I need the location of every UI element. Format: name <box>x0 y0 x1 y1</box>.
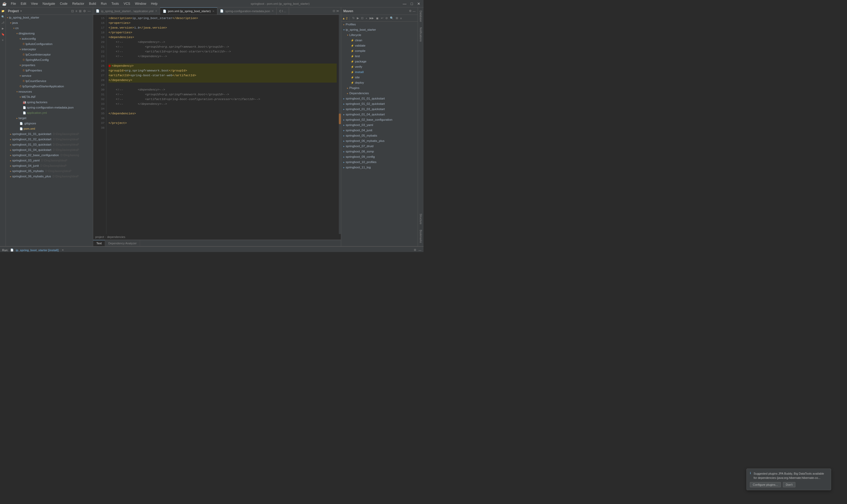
maximize-button[interactable]: □ <box>410 2 414 6</box>
sidebar-item[interactable]: ▸springboot_01_04_quickstartD:\DingJiaxi… <box>6 147 93 152</box>
notifications-button[interactable]: Notifications <box>419 25 423 44</box>
maven-tree-item[interactable]: ▸springboot_09_config <box>341 154 418 159</box>
vcs-button[interactable]: ⎇ <box>1 20 5 25</box>
maven-tree-item[interactable]: ▸springboot_05_mybatis <box>341 133 418 138</box>
project-panel-button[interactable]: 📁 <box>1 8 5 13</box>
maven-refresh[interactable]: ↻ <box>352 16 356 20</box>
bookmarks-panel-button[interactable]: Bookmarks <box>419 228 423 245</box>
editor-scrollbar[interactable] <box>339 15 341 234</box>
menu-build[interactable]: Build <box>88 1 97 6</box>
maven-tree-item[interactable]: ⚡validate <box>341 43 418 48</box>
tab-pom-xml[interactable]: 📄 pom.xml (ip_spring_boot_starter) ✕ <box>160 7 217 15</box>
run-close-icon[interactable]: ✕ <box>62 249 64 251</box>
sidebar-item[interactable]: ▾cn <box>6 25 93 31</box>
sidebar-item[interactable]: ▸springboot_01_01_quickstartD:\DingJiaxi… <box>6 131 93 137</box>
menu-help[interactable]: Help <box>150 1 159 6</box>
maven-tree-item[interactable]: ▸springboot_01_04_quickstart <box>341 112 418 117</box>
run-minimize-icon[interactable]: — <box>418 249 421 252</box>
maven-collapse[interactable]: ⊡ <box>360 16 364 20</box>
maven-tree-item[interactable]: ▸springboot_04_junit <box>341 128 418 133</box>
maven-tree-item[interactable]: ⚡clean <box>341 38 418 43</box>
sidebar-item[interactable]: 📄application.yml <box>6 110 93 115</box>
sidebar-item[interactable]: ▾java <box>6 20 93 25</box>
tab-dependency-analyzer[interactable]: Dependency Analyzer <box>105 240 140 246</box>
sidebar-item[interactable]: ▾interceptor <box>6 47 93 52</box>
sidebar-collapse-all[interactable]: ⊡ <box>71 9 74 13</box>
tab-spring-config-json[interactable]: 📄 spring-configuration-metadata.json ✕ <box>217 7 276 15</box>
menu-window[interactable]: Window <box>134 1 147 6</box>
sidebar-item[interactable]: ▸springboot_04_junitD:\DingJiaxiong\Idea… <box>6 163 93 168</box>
maven-skip[interactable]: ⊘ <box>384 16 389 20</box>
maven-expand[interactable]: ⊞ <box>395 16 399 20</box>
maven-close-icon[interactable]: — <box>413 10 416 13</box>
menu-code[interactable]: Code <box>59 1 69 6</box>
sidebar-sort-icon[interactable]: ≡ <box>75 9 77 13</box>
sidebar-item[interactable]: ©IpAutoConfiguration <box>6 41 93 47</box>
structure-button[interactable]: ≡ <box>1 38 5 42</box>
maven-tree-item[interactable]: ▾ip_spring_boot_starter <box>341 27 418 32</box>
maven-tree-item[interactable]: ▸springboot_07_druid <box>341 143 418 149</box>
sidebar-item[interactable]: ©IpProperties <box>6 68 93 73</box>
tab-close-json[interactable]: ✕ <box>272 10 274 13</box>
maven-tree-item[interactable]: ⚡site <box>341 75 418 80</box>
maven-tree-item[interactable]: ▸Plugins <box>341 85 418 91</box>
sidebar-close-icon[interactable]: — <box>88 9 91 13</box>
maven-tree-item[interactable]: ▾Lifecycle <box>341 32 418 38</box>
sidebar-item[interactable]: ©IpSpringBootStarterApplication <box>6 84 93 89</box>
maven-tree-item[interactable]: ⚡compile <box>341 48 418 53</box>
sidebar-expand-icon[interactable]: ⊞ <box>79 9 82 13</box>
maven-run-fast[interactable]: ▶▶ <box>369 16 375 20</box>
close-button[interactable]: ✕ <box>416 2 421 6</box>
sidebar-item[interactable]: 📄pom.xml <box>6 126 93 131</box>
sidebar-item[interactable]: ▾properties <box>6 62 93 68</box>
menu-run[interactable]: Run <box>100 1 108 6</box>
sidebar-item[interactable]: ▸springboot_03_yamlD:\DingJiaxiong\IdeaP <box>6 158 93 163</box>
sidebar-item[interactable]: ▸springboot_01_03_quickstartD:\DingJiaxi… <box>6 142 93 147</box>
sidebar-item[interactable]: ©IpCountInterceptor <box>6 52 93 57</box>
minimize-button[interactable]: — <box>402 2 408 6</box>
tab-application-yml[interactable]: 📄 ip_spring_boot_starter\...\application… <box>93 7 160 15</box>
maven-tree-item[interactable]: ⚡install <box>341 69 418 75</box>
menu-navigate[interactable]: Navigate <box>41 1 56 6</box>
maven-tree-item[interactable]: ▸springboot_01_03_quickstart <box>341 106 418 112</box>
run-task-name[interactable]: ip_spring_boot_starter [install] <box>16 249 58 252</box>
maven-tree-item[interactable]: ▸springboot_01_02_quickstart <box>341 101 418 106</box>
breadcrumb-project[interactable]: project <box>95 235 104 238</box>
sidebar-item[interactable]: ▾META-INF <box>6 94 93 100</box>
sidebar-item[interactable]: ▾ip_spring_boot_starter <box>6 15 93 20</box>
menu-refactor[interactable]: Refactor <box>71 1 85 6</box>
tab-more-icon[interactable]: ≫ <box>336 9 339 13</box>
tab-close-pom[interactable]: ✕ <box>212 10 214 13</box>
run-button[interactable]: ▶ <box>1 26 5 31</box>
tab-close[interactable]: ✕ <box>155 10 157 13</box>
maven-tree-item[interactable]: ▸springboot_01_01_quickstart <box>341 96 418 101</box>
tab-extra[interactable]: C l ... <box>276 7 289 15</box>
menu-tools[interactable]: Tools <box>110 1 120 6</box>
sidebar-item[interactable]: 📄spring-configuration-metadata.json <box>6 105 93 110</box>
maven-tree-item[interactable]: ⚡verify <box>341 64 418 69</box>
database-panel-button[interactable]: Database <box>419 8 423 24</box>
sidebar-item[interactable]: ▾dingjiaxiong <box>6 31 93 36</box>
maven-tree-item[interactable]: ▸springboot_08_ssmp <box>341 149 418 154</box>
structure-panel-button[interactable]: Structure <box>419 212 423 227</box>
maven-tree-item[interactable]: ⚡test <box>341 53 418 59</box>
maven-tree-item[interactable]: ▸springboot_11_log <box>341 165 418 170</box>
maven-tree-item[interactable]: ⚡package <box>341 59 418 64</box>
sidebar-item[interactable]: ©SpringMvcConfig <box>6 57 93 62</box>
sidebar-item[interactable]: ▾autoconfig <box>6 36 93 41</box>
maven-settings-icon[interactable]: ⚙ <box>409 9 412 13</box>
maven-tree-item[interactable]: ▸Profiles <box>341 22 418 27</box>
menu-file[interactable]: File <box>10 1 17 6</box>
sidebar-item[interactable]: ▸target <box>6 115 93 121</box>
sidebar-item[interactable]: 📄.gitignore <box>6 121 93 126</box>
sidebar-item[interactable]: ▾resources <box>6 89 93 94</box>
maven-run[interactable]: ▶ <box>356 16 360 20</box>
sidebar-settings-icon[interactable]: ⚙ <box>83 9 86 13</box>
maven-tree-item[interactable]: ▸springboot_02_base_configuration <box>341 117 418 122</box>
maven-tree-item[interactable]: ▸springboot_06_mybatis_plus <box>341 138 418 143</box>
sidebar-item[interactable]: ▾service <box>6 73 93 78</box>
sidebar-dropdown-icon[interactable]: ▾ <box>20 10 22 13</box>
maven-menu[interactable]: ≡ <box>399 16 402 20</box>
breadcrumb-dependencies[interactable]: dependencies <box>107 235 125 238</box>
menu-view[interactable]: View <box>30 1 39 6</box>
